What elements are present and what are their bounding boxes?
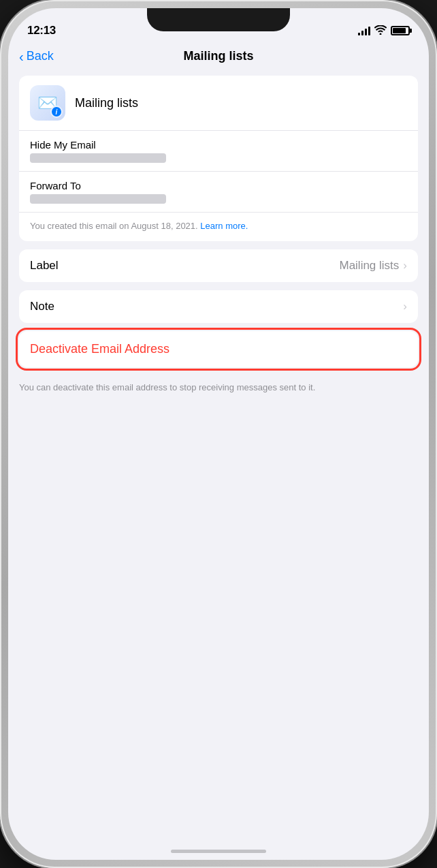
deactivate-card[interactable]: Deactivate Email Address [19, 331, 418, 367]
badge-icon: i [50, 106, 63, 118]
status-time: 12:13 [27, 24, 56, 37]
learn-more-link[interactable]: Learn more. [200, 221, 248, 231]
note-row[interactable]: Note › [19, 290, 418, 323]
hide-my-email-label: Hide My Email [30, 139, 407, 151]
back-chevron-icon: ‹ [19, 50, 24, 63]
label-card[interactable]: Label Mailing lists › [19, 249, 418, 282]
app-name: Mailing lists [75, 96, 138, 110]
deactivate-button[interactable]: Deactivate Email Address [19, 331, 418, 367]
label-chevron-icon: › [403, 259, 407, 273]
hide-my-email-row: Hide My Email [19, 131, 418, 172]
signal-bars-icon [358, 26, 370, 35]
label-value: Mailing lists › [339, 259, 407, 273]
back-label: Back [27, 49, 54, 63]
battery-icon [391, 26, 410, 35]
nav-bar: ‹ Back Mailing lists [8, 44, 429, 69]
creation-note: You created this email on August 18, 202… [19, 213, 418, 241]
label-value-text: Mailing lists [339, 259, 399, 273]
app-icon: ✉️ i [30, 85, 65, 121]
forward-to-label: Forward To [30, 180, 407, 191]
home-indicator [171, 850, 266, 853]
note-chevron-icon: › [403, 300, 407, 313]
wifi-icon [374, 25, 387, 37]
app-card: ✉️ i Mailing lists Hide My Email Forward… [19, 76, 418, 241]
note-label: Note [30, 300, 54, 313]
label-title: Label [30, 259, 59, 273]
forward-to-row: Forward To [19, 172, 418, 213]
content-area: ✉️ i Mailing lists Hide My Email Forward… [8, 69, 429, 403]
label-row[interactable]: Label Mailing lists › [19, 249, 418, 282]
creation-note-text: You created this email on August 18, 202… [30, 221, 198, 231]
note-card[interactable]: Note › [19, 290, 418, 323]
nav-title: Mailing lists [183, 49, 253, 63]
forward-to-value [30, 194, 166, 204]
back-button[interactable]: ‹ Back [19, 49, 54, 63]
notch [147, 8, 290, 31]
hide-my-email-value [30, 153, 166, 163]
status-icons [358, 25, 410, 37]
app-icon-row: ✉️ i Mailing lists [19, 76, 418, 131]
deactivate-hint: You can deactivate this email address to… [19, 375, 418, 397]
deactivate-label: Deactivate Email Address [30, 342, 169, 356]
